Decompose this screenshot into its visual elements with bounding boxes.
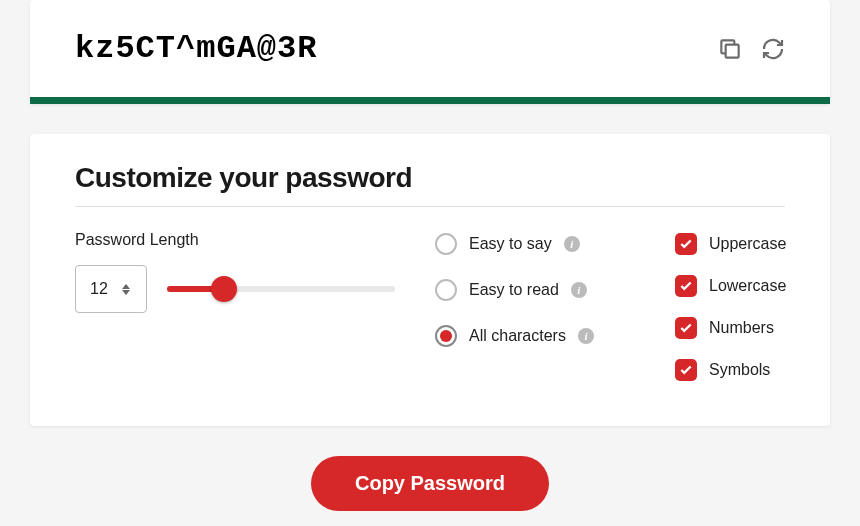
customize-title: Customize your password <box>75 162 785 207</box>
info-icon[interactable]: i <box>564 236 580 252</box>
check-label: Symbols <box>709 361 770 379</box>
length-stepper <box>122 284 130 295</box>
length-label: Password Length <box>75 231 395 249</box>
character-type-radios: Easy to say i Easy to read i All charact… <box>435 231 635 381</box>
checkbox-uppercase[interactable] <box>675 233 697 255</box>
chevron-up-icon[interactable] <box>122 284 130 289</box>
copy-icon[interactable] <box>717 36 743 62</box>
radio-all-characters[interactable] <box>435 325 457 347</box>
length-input-wrap <box>75 265 147 313</box>
password-display-card: kz5CT^mGA@3R <box>30 0 830 104</box>
radio-label: Easy to say <box>469 235 552 253</box>
check-label: Lowercase <box>709 277 786 295</box>
checkbox-numbers[interactable] <box>675 317 697 339</box>
check-label: Numbers <box>709 319 774 337</box>
strength-bar <box>30 97 830 104</box>
slider-thumb[interactable] <box>211 276 237 302</box>
checkbox-lowercase[interactable] <box>675 275 697 297</box>
check-label: Uppercase <box>709 235 786 253</box>
info-icon[interactable]: i <box>571 282 587 298</box>
checkbox-symbols[interactable] <box>675 359 697 381</box>
radio-easy-to-read[interactable] <box>435 279 457 301</box>
svg-rect-0 <box>726 44 739 57</box>
chevron-down-icon[interactable] <box>122 290 130 295</box>
length-column: Password Length <box>75 231 395 381</box>
length-slider[interactable] <box>167 279 395 299</box>
radio-label: Easy to read <box>469 281 559 299</box>
password-actions <box>717 36 785 62</box>
customize-card: Customize your password Password Length <box>30 134 830 426</box>
info-icon[interactable]: i <box>578 328 594 344</box>
regenerate-icon[interactable] <box>761 37 785 61</box>
generated-password: kz5CT^mGA@3R <box>75 30 317 67</box>
character-checkboxes: Uppercase Lowercase Numbers <box>675 231 786 381</box>
length-input[interactable] <box>90 280 116 298</box>
radio-easy-to-say[interactable] <box>435 233 457 255</box>
radio-label: All characters <box>469 327 566 345</box>
copy-password-button[interactable]: Copy Password <box>311 456 549 511</box>
